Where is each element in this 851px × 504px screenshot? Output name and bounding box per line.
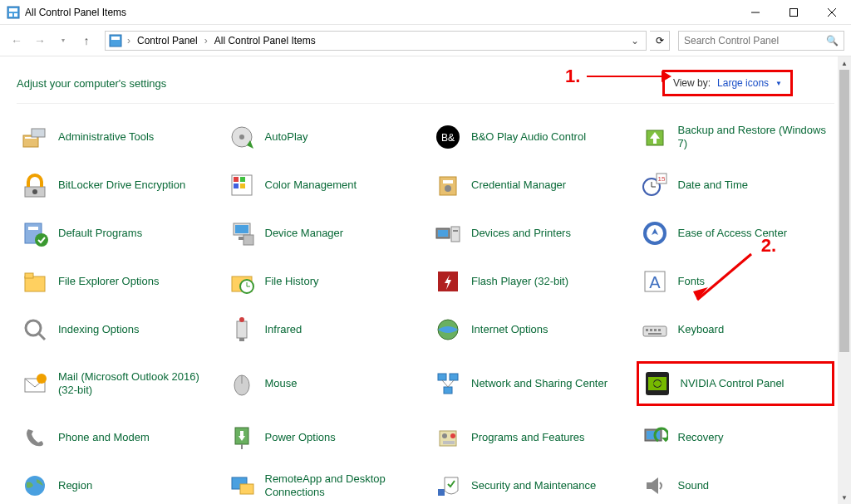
svg-rect-92 (438, 489, 445, 496)
item-label: Mail (Microsoft Outlook 2016) (32-bit) (58, 370, 210, 396)
titlebar: All Control Panel Items (0, 0, 851, 25)
item-label: Ease of Access Center (678, 227, 788, 240)
control-panel-item[interactable]: Ease of Access Center (637, 217, 835, 250)
control-panel-item[interactable]: RemoteApp and Desktop Connections (224, 469, 422, 502)
scroll-thumb[interactable] (839, 70, 849, 352)
control-panel-item[interactable]: NVIDIA Control Panel (637, 361, 835, 406)
view-by-label: View by: (673, 77, 711, 89)
item-label: Phone and Modem (58, 431, 150, 444)
svg-point-83 (442, 433, 447, 438)
control-panel-item[interactable]: Programs and Features (430, 421, 628, 454)
minimize-button[interactable] (736, 0, 775, 25)
svg-rect-27 (443, 180, 453, 183)
control-panel-item[interactable]: Recovery (637, 421, 835, 454)
flash-icon (435, 268, 461, 295)
security-icon (435, 472, 461, 499)
back-button[interactable]: ← (7, 31, 27, 51)
control-panel-item[interactable]: Network and Sharing Center (430, 361, 628, 406)
item-label: Power Options (265, 431, 336, 444)
item-label: Backup and Restore (Windows 7) (678, 124, 830, 149)
search-box[interactable]: 🔍 (678, 31, 844, 51)
item-label: BitLocker Drive Encryption (58, 179, 185, 192)
control-panel-item[interactable]: Phone and Modem (17, 421, 215, 454)
window-controls (736, 0, 851, 25)
control-panel-item[interactable]: AFonts (637, 265, 835, 298)
breadcrumb-item[interactable]: Control Panel (135, 35, 199, 46)
control-panel-item[interactable]: 15Date and Time (637, 169, 835, 202)
control-panel-item[interactable]: File Explorer Options (17, 265, 215, 298)
svg-point-59 (239, 317, 244, 322)
svg-rect-65 (654, 329, 657, 331)
control-panel-item[interactable]: Sound (637, 469, 835, 502)
control-panel-item[interactable]: Device Manager (224, 217, 422, 250)
address-bar[interactable]: › Control Panel › All Control Panel Item… (105, 31, 647, 51)
view-by-value[interactable]: Large icons (717, 77, 769, 89)
vertical-scrollbar[interactable]: ▲ ▼ (838, 56, 851, 504)
up-button[interactable]: ↑ (76, 31, 96, 51)
forward-button[interactable]: → (30, 31, 50, 51)
region-icon (22, 472, 48, 499)
item-label: Color Management (265, 179, 357, 192)
close-button[interactable] (813, 0, 851, 25)
control-panel-item[interactable]: Mouse (224, 361, 422, 406)
svg-rect-58 (237, 321, 247, 338)
svg-rect-87 (647, 431, 660, 439)
svg-rect-5 (790, 8, 798, 16)
toolbar: ← → ▾ ↑ › Control Panel › All Control Pa… (0, 25, 851, 56)
control-panel-item[interactable]: Color Management (224, 169, 422, 202)
control-panel-item[interactable]: Infrared (224, 313, 422, 346)
control-panel-item[interactable]: File History (224, 265, 422, 298)
network-icon (435, 370, 461, 397)
scroll-up-icon[interactable]: ▲ (838, 56, 851, 70)
svg-line-57 (38, 333, 45, 340)
breadcrumb-item[interactable]: All Control Panel Items (213, 35, 317, 46)
control-panel-item[interactable]: Administrative Tools (17, 120, 215, 154)
recent-dropdown[interactable]: ▾ (53, 31, 73, 51)
control-panel-item[interactable]: Mail (Microsoft Outlook 2016) (32-bit) (17, 361, 215, 406)
item-label: Fonts (678, 275, 706, 288)
svg-point-28 (445, 185, 451, 192)
indexing-icon (22, 316, 48, 343)
search-input[interactable] (684, 35, 826, 46)
control-panel-item[interactable]: Credential Manager (430, 169, 628, 202)
nvidia-icon (644, 370, 671, 397)
fonts-icon: A (642, 268, 668, 295)
control-panel-item[interactable]: Indexing Options (17, 313, 215, 346)
datetime-icon: 15 (642, 172, 668, 198)
control-panel-item[interactable]: B&B&O Play Audio Control (430, 120, 628, 154)
control-panel-item[interactable]: Backup and Restore (Windows 7) (637, 120, 835, 154)
infrared-icon (229, 316, 255, 343)
svg-rect-22 (234, 177, 239, 182)
control-panel-item[interactable]: Flash Player (32-bit) (430, 265, 628, 298)
content-header: Adjust your computer's settings View by:… (17, 70, 834, 104)
view-by-control[interactable]: View by: Large icons ▼ (662, 70, 793, 96)
control-panel-item[interactable]: Default Programs (17, 217, 215, 250)
breadcrumb-sep-icon: › (203, 35, 209, 46)
control-panel-item[interactable]: BitLocker Drive Encryption (17, 169, 215, 202)
svg-rect-67 (648, 333, 662, 335)
item-label: Network and Sharing Center (471, 377, 608, 390)
sound-icon (642, 472, 668, 499)
ease-icon (642, 220, 668, 247)
svg-rect-3 (14, 13, 17, 17)
bitlocker-icon (22, 172, 48, 198)
svg-line-76 (448, 380, 454, 387)
item-label: Administrative Tools (58, 130, 154, 144)
control-panel-item[interactable]: AutoPlay (224, 120, 422, 154)
refresh-button[interactable]: ⟳ (650, 31, 670, 51)
svg-point-20 (32, 189, 37, 194)
breadcrumb-sep-icon: › (125, 35, 132, 46)
address-dropdown-icon[interactable]: ⌄ (627, 35, 642, 46)
item-label: Infrared (265, 323, 303, 336)
control-panel-item[interactable]: Keyboard (637, 313, 835, 346)
control-panel-item[interactable]: Devices and Printers (430, 217, 628, 250)
control-panel-item[interactable]: Security and Maintenance (430, 469, 628, 502)
scroll-down-icon[interactable]: ▼ (838, 491, 851, 504)
control-panel-item[interactable]: Power Options (224, 421, 422, 454)
item-label: NVIDIA Control Panel (681, 377, 785, 390)
svg-rect-60 (239, 338, 244, 341)
maximize-button[interactable] (775, 0, 813, 25)
control-panel-item[interactable]: Internet Options (430, 313, 628, 346)
control-panel-item[interactable]: Region (17, 469, 215, 502)
svg-rect-35 (28, 227, 38, 230)
